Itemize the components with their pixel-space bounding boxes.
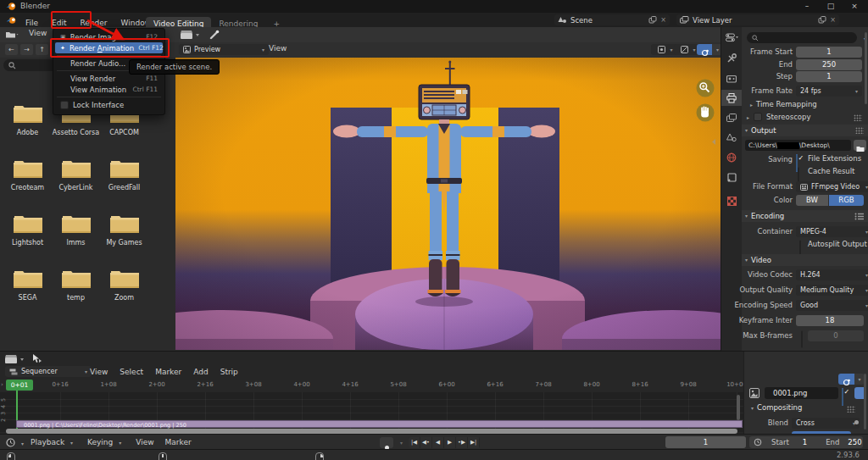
properties-search-input[interactable] <box>747 32 857 43</box>
file-browser-view-menu[interactable]: View <box>29 29 47 37</box>
keyframe-interval-slider[interactable]: 18 <box>796 315 864 326</box>
lock-interface-checkbox[interactable] <box>60 101 69 109</box>
maximize-button[interactable]: □ <box>819 0 843 13</box>
tab-output[interactable] <box>721 90 742 106</box>
copy-scene-icon[interactable] <box>648 16 657 24</box>
max-b-frames-checkbox[interactable] <box>801 330 803 348</box>
remove-view-layer-icon[interactable]: × <box>830 16 836 24</box>
compositing-panel-header[interactable]: ▾Compositing <box>748 403 802 412</box>
color-rgb-button[interactable]: RGB <box>829 195 864 206</box>
scene-selector[interactable]: Scene × <box>554 14 670 25</box>
time-remapping-section[interactable]: ▸Time Remapping <box>747 100 817 108</box>
zoom-gadget[interactable] <box>697 80 715 97</box>
video-section-header[interactable]: ▾Video <box>742 254 868 266</box>
output-quality-dropdown[interactable]: Medium Quality▾ <box>796 285 868 296</box>
timeline-editor-type-icon[interactable] <box>6 438 15 447</box>
menu-item-lock-interface[interactable]: Lock Interface <box>55 99 163 110</box>
playhead-frame-badge[interactable]: 0+01 <box>6 380 33 391</box>
timeline-editor-dropdown-icon[interactable]: ▾ <box>21 441 24 446</box>
frame-end-field[interactable]: 250 <box>796 59 862 70</box>
sequencer-editor-type-icon[interactable] <box>4 354 25 364</box>
folder-item-sega[interactable]: SEGA <box>3 248 52 303</box>
output-section-header[interactable]: ▾Output <box>742 125 868 136</box>
file-browser-editor-icon[interactable] <box>5 30 19 39</box>
prev-keyframe-button[interactable]: ◀• <box>420 437 432 448</box>
output-path-field[interactable]: C:\Users\ \Desktop\ <box>745 140 851 151</box>
sample-tool-icon[interactable] <box>209 30 220 40</box>
image-strip[interactable]: 0001.png | C:\Users\Felino\Desktop\Rende… <box>16 420 743 428</box>
tweak-tool-icon[interactable] <box>31 353 42 365</box>
browse-output-path-button[interactable] <box>854 140 866 151</box>
folder-item-cyberlink[interactable]: CyberLink <box>52 138 100 193</box>
timeline-menu-view[interactable]: View <box>136 438 153 446</box>
sidebar-gizmos-toggle[interactable] <box>838 374 854 385</box>
tab-world[interactable] <box>721 149 742 165</box>
tab-texture[interactable] <box>721 193 742 209</box>
view-layer-selector[interactable]: View Layer × <box>676 14 839 25</box>
stereoscopy-section[interactable]: ▸Stereoscopy <box>747 113 810 121</box>
sequencer-expand-arrow[interactable]: › <box>1 381 3 388</box>
sequencer-menu-marker[interactable]: Marker <box>155 368 181 376</box>
tab-tool[interactable] <box>721 50 742 66</box>
tab-view-layer[interactable] <box>721 110 742 126</box>
properties-scrollbar[interactable] <box>865 32 867 104</box>
timeline-menu-marker[interactable]: Marker <box>165 438 192 446</box>
encoding-speed-dropdown[interactable]: Good▾ <box>796 300 868 311</box>
folder-item-lmms[interactable]: lmms <box>52 193 100 248</box>
folder-item-creoteam[interactable]: Creoteam <box>3 138 52 193</box>
minimize-button[interactable]: – <box>795 0 819 13</box>
strip-name-field[interactable]: 0001.png <box>765 387 838 399</box>
timeline-menu-keying[interactable]: Keying ▾ <box>87 438 125 446</box>
sidebar-scrollbar[interactable] <box>864 374 866 430</box>
sequencer-menu-strip[interactable]: Strip <box>220 368 238 376</box>
current-frame-field[interactable]: 1 <box>665 436 746 448</box>
animate-property-dot[interactable] <box>854 420 859 424</box>
jump-start-button[interactable]: |◀ <box>409 437 420 448</box>
sequencer-editor-type-icon[interactable] <box>180 30 200 40</box>
folder-item-zoom[interactable]: Zoom <box>100 248 148 303</box>
folder-item-lightshot[interactable]: Lightshot <box>3 193 52 248</box>
timeline-menu-playback[interactable]: Playback ▾ <box>31 438 76 446</box>
sequencer-menu-select[interactable]: Select <box>120 368 143 376</box>
gizmos-toggle[interactable] <box>697 44 712 55</box>
step-field[interactable]: 1 <box>796 71 862 82</box>
unlink-scene-icon[interactable]: × <box>660 16 666 24</box>
file-format-dropdown[interactable]: FFmpeg Video▾ <box>796 181 868 192</box>
folder-item-my-games[interactable]: My Games <box>100 193 148 248</box>
record-button[interactable] <box>380 437 393 448</box>
presets-icon[interactable] <box>854 213 864 220</box>
color-bw-button[interactable]: BW <box>796 195 828 206</box>
display-mode-dropdown[interactable]: Preview ▾ <box>179 44 269 55</box>
folder-item-greedfall[interactable]: GreedFall <box>100 138 148 193</box>
end-value[interactable]: 250 <box>848 438 861 446</box>
tab-object[interactable] <box>721 169 742 186</box>
video-codec-dropdown[interactable]: H.264▾ <box>796 269 868 280</box>
tab-render[interactable] <box>721 70 742 86</box>
copy-view-layer-icon[interactable] <box>818 16 826 24</box>
close-button[interactable]: × <box>843 0 866 13</box>
properties-editor-type-icon[interactable] <box>721 30 742 46</box>
blend-dropdown[interactable]: Cross▾ <box>792 418 860 429</box>
preview-view-menu[interactable]: View <box>269 44 287 53</box>
sequencer-mode-dropdown[interactable]: Sequencer▾ <box>5 366 92 377</box>
frame-start-field[interactable]: 1 <box>796 47 862 58</box>
max-b-frames-field[interactable]: 0 <box>808 330 864 341</box>
container-dropdown[interactable]: MPEG-4▾ <box>796 226 868 237</box>
viewport-preview-image[interactable] <box>175 58 721 350</box>
folder-item-temp[interactable]: temp <box>52 248 100 303</box>
play-reverse-button[interactable]: ◀ <box>432 437 444 448</box>
forward-button[interactable]: → <box>20 44 33 55</box>
start-value[interactable]: 1 <box>803 438 807 446</box>
stereoscopy-checkbox[interactable] <box>754 113 762 121</box>
strip-mute-checkbox[interactable] <box>842 388 843 406</box>
menu-item-view-animation[interactable]: View AnimationCtrl F11 <box>55 84 163 95</box>
sequencer-menu-view[interactable]: View <box>90 368 108 376</box>
sequencer-vscrollbar[interactable] <box>737 395 740 420</box>
use-preview-range-icon[interactable] <box>754 438 762 446</box>
folder-item-adobe[interactable]: Adobe <box>3 83 52 138</box>
tab-scene[interactable] <box>721 130 742 146</box>
frame-rate-dropdown[interactable]: 24 fps▾ <box>796 86 862 97</box>
record-dropdown-icon[interactable]: ▾ <box>400 440 403 446</box>
jump-end-button[interactable]: ▶| <box>468 437 480 448</box>
parent-dir-button[interactable]: ↑ <box>36 44 48 55</box>
